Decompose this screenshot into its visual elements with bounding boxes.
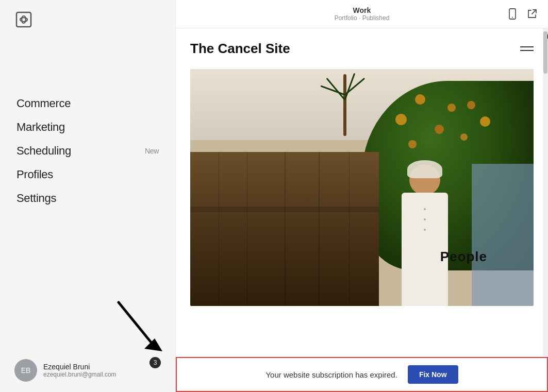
sidebar: Commerce Marketing Scheduling New Profil… — [0, 0, 175, 392]
svg-line-1 — [119, 302, 152, 344]
topbar-actions — [507, 8, 538, 20]
person-figure — [402, 164, 448, 306]
user-name: Ezequiel Bruni — [43, 363, 117, 371]
svg-point-4 — [512, 17, 513, 18]
scrollbar[interactable]: ▲ ▼ — [543, 28, 548, 392]
image-label: People — [440, 249, 487, 265]
sidebar-item-commerce[interactable]: Commerce — [14, 93, 161, 114]
sidebar-item-profiles[interactable]: Profiles — [14, 164, 161, 185]
fence — [190, 152, 379, 306]
sidebar-item-marketing[interactable]: Marketing — [14, 116, 161, 138]
page-title: Work — [353, 6, 371, 14]
main-content: Work Portfolio · Published — [175, 0, 548, 392]
notification-banner: Your website subscription has expired. F… — [176, 357, 548, 392]
topbar-center: Work Portfolio · Published — [335, 6, 390, 22]
fix-now-button[interactable]: Fix Now — [408, 365, 458, 384]
site-title-bar: The Cancel Site — [190, 41, 534, 57]
preview-inner: The Cancel Site — [176, 28, 548, 318]
logo[interactable] — [0, 0, 175, 41]
banner-text: Your website subscription has expired. — [265, 370, 397, 379]
preview-area[interactable]: The Cancel Site — [176, 28, 548, 392]
arrow-annotation — [113, 297, 165, 361]
squarespace-logo-icon — [14, 10, 33, 29]
scheduling-new-badge: New — [145, 147, 159, 155]
hamburger-menu-icon[interactable] — [520, 46, 534, 51]
user-info: Ezequiel Bruni ezequiel.bruni@gmail.com — [43, 363, 117, 378]
scrollbar-thumb[interactable] — [543, 32, 547, 74]
user-email: ezequiel.bruni@gmail.com — [43, 371, 117, 378]
avatar[interactable]: EB — [14, 359, 37, 382]
page-subtitle: Portfolio · Published — [335, 14, 390, 22]
sidebar-item-scheduling[interactable]: Scheduling New — [14, 140, 161, 162]
topbar: Work Portfolio · Published — [176, 0, 548, 28]
site-title: The Cancel Site — [190, 41, 290, 57]
mobile-preview-icon[interactable] — [507, 8, 518, 20]
hero-image: People — [190, 69, 534, 306]
house-bg — [472, 164, 534, 306]
svg-rect-0 — [16, 12, 31, 27]
open-external-icon[interactable] — [526, 8, 538, 20]
sidebar-footer: EB Ezequiel Bruni ezequiel.bruni@gmail.c… — [0, 349, 175, 392]
sidebar-item-settings[interactable]: Settings — [14, 188, 161, 209]
svg-marker-2 — [144, 338, 162, 351]
